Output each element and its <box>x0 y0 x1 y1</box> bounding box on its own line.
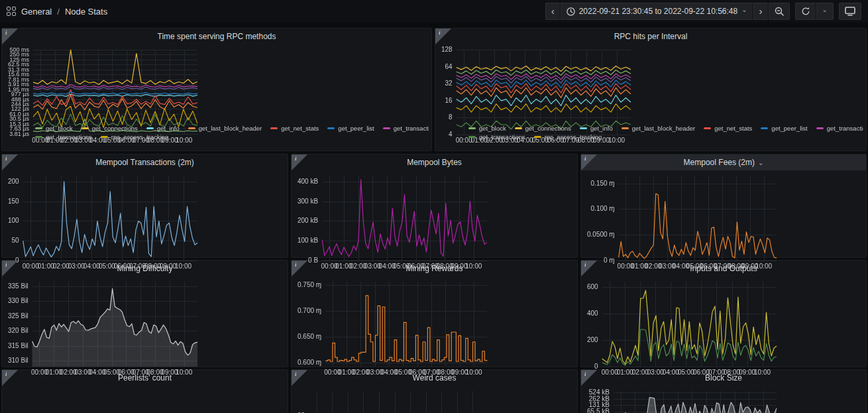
chart-legend: get_blockget_connectionsget_infoget_last… <box>468 125 863 148</box>
time-range-label: 2022-09-21 23:30:45 to 2022-09-22 10:56:… <box>579 7 738 16</box>
legend-item[interactable]: get_transactions <box>35 133 92 141</box>
zoom-out-button[interactable] <box>769 3 790 20</box>
legend-series-color <box>704 127 711 129</box>
refresh-interval-dropdown[interactable]: ⌄ <box>816 3 834 20</box>
panel-title[interactable]: Time spent serving RPC methods <box>2 29 431 44</box>
panel-mempool-bytes: i Mempool Bytes <box>291 154 578 258</box>
chevron-down-icon: ⌄ <box>822 7 828 13</box>
legend-series-color <box>188 127 195 129</box>
chevron-left-icon: ‹ <box>551 6 555 16</box>
legend-item[interactable]: get_last_block_header <box>188 125 262 132</box>
panel-rpc-hits-per-interval: i RPC hits per Interval get_blockget_con… <box>435 28 867 151</box>
refresh-button[interactable] <box>795 3 816 20</box>
chart-canvas[interactable] <box>4 278 203 377</box>
breadcrumb-separator: / <box>57 7 60 17</box>
panel-title[interactable]: Peerlists' count <box>2 370 288 386</box>
legend-item[interactable]: rpc_access_tracking <box>534 133 602 141</box>
legend-item[interactable]: get_peer_list <box>327 125 374 132</box>
legend-item[interactable]: get_connections <box>81 125 138 132</box>
panel-title[interactable]: Mining Difficulty <box>2 261 288 276</box>
panel-mempool-fees: i Mempool Fees (2m)⌄ <box>580 154 867 258</box>
panel-weird-cases: i Weird cases <box>291 369 578 413</box>
chart-canvas[interactable] <box>583 278 782 377</box>
breadcrumb-section[interactable]: General <box>21 7 52 17</box>
legend-series-color <box>761 127 768 129</box>
refresh-icon <box>801 7 810 16</box>
legend-item[interactable]: get_block <box>468 125 506 132</box>
legend-series-color <box>327 127 335 129</box>
legend-item[interactable]: get_block <box>35 125 73 132</box>
chart-canvas[interactable] <box>294 172 492 271</box>
panel-info-icon[interactable]: i <box>2 261 18 276</box>
panel-title[interactable]: Mempool Transactions (2m) <box>2 154 288 170</box>
legend-series-color <box>35 127 42 129</box>
panel-info-icon[interactable]: i <box>292 370 307 386</box>
legend-series-color <box>515 127 522 129</box>
panel-info-icon[interactable]: i <box>2 154 18 170</box>
panel-title[interactable]: Mempool Bytes <box>292 154 577 170</box>
legend-series-color <box>146 127 154 129</box>
legend-series-color <box>622 127 629 129</box>
chevron-down-icon: ⌄ <box>758 159 763 166</box>
legend-item[interactable]: get_info <box>580 125 613 132</box>
panel-mining-difficulty: i Mining Difficulty <box>1 260 288 367</box>
time-back-button[interactable]: ‹ <box>545 3 560 20</box>
panel-inputs-and-outputs: i Inputs and Outputs <box>580 260 867 367</box>
panel-mempool-transactions: i Mempool Transactions (2m) <box>1 154 288 258</box>
legend-series-color <box>468 127 476 129</box>
panel-info-icon[interactable]: i <box>435 29 451 44</box>
legend-item[interactable]: get_net_stats <box>270 125 319 132</box>
panel-time-spent-serving-rpc-methods: i Time spent serving RPC methods get_blo… <box>1 28 432 151</box>
panel-block-size: i Block Size <box>580 369 867 413</box>
legend-item[interactable]: get_transactions <box>468 133 525 141</box>
kiosk-tv-button[interactable] <box>839 3 861 20</box>
chart-canvas[interactable] <box>294 387 492 413</box>
panel-title[interactable]: Mining Rewards <box>292 261 577 276</box>
apps-grid-icon <box>7 7 16 16</box>
top-bar: General / Node Stats ‹ 2022-09-21 23:30:… <box>0 0 868 23</box>
panel-info-icon[interactable]: i <box>581 261 597 276</box>
monitor-icon <box>845 7 855 16</box>
panel-mining-rewards: i Mining Rewards <box>291 260 578 367</box>
panel-title[interactable]: RPC hits per Interval <box>435 29 866 44</box>
legend-item[interactable]: get_transaction_pool <box>816 125 863 132</box>
panel-title[interactable]: Block Size <box>581 370 866 386</box>
breadcrumb-page[interactable]: Node Stats <box>65 7 107 17</box>
panel-info-icon[interactable]: i <box>292 261 307 276</box>
panel-title[interactable]: Mempool Fees (2m)⌄ <box>581 154 866 170</box>
chart-canvas[interactable] <box>583 387 782 413</box>
legend-item[interactable]: get_peer_list <box>761 125 807 132</box>
panel-title[interactable]: Inputs and Outputs <box>581 261 866 276</box>
chart-canvas[interactable] <box>583 172 782 271</box>
legend-series-color <box>534 136 541 138</box>
chevron-right-icon: › <box>759 6 763 16</box>
legend-item[interactable]: get_info <box>146 125 180 132</box>
legend-series-color <box>580 127 587 129</box>
panel-info-icon[interactable]: i <box>292 154 307 170</box>
clock-icon <box>567 7 575 16</box>
panel-info-icon[interactable]: i <box>2 29 18 44</box>
legend-series-color <box>81 127 89 129</box>
breadcrumb: General / Node Stats <box>7 7 107 17</box>
chart-canvas[interactable] <box>294 278 492 377</box>
chart-legend: get_blockget_connectionsget_infoget_last… <box>35 125 429 148</box>
legend-item[interactable]: get_transaction_pool <box>383 125 429 132</box>
panel-info-icon[interactable]: i <box>581 370 597 386</box>
magnifier-minus-icon <box>775 7 784 16</box>
legend-series-color <box>270 127 278 129</box>
legend-item[interactable]: get_last_block_header <box>622 125 696 132</box>
legend-series-color <box>816 127 824 129</box>
legend-series-color <box>101 136 108 138</box>
time-range-picker[interactable]: 2022-09-21 23:30:45 to 2022-09-22 10:56:… <box>561 3 753 20</box>
panel-info-icon[interactable]: i <box>2 370 18 386</box>
panel-peerlists-count: i Peerlists' count <box>1 369 288 413</box>
chart-canvas[interactable] <box>4 172 203 271</box>
panel-title[interactable]: Weird cases <box>292 370 577 386</box>
chart-canvas[interactable] <box>4 387 203 413</box>
legend-item[interactable]: get_net_stats <box>704 125 752 132</box>
legend-item[interactable]: get_connections <box>515 125 571 132</box>
legend-item[interactable]: rpc_access_tracking <box>101 133 169 141</box>
panel-info-icon[interactable]: i <box>581 154 597 170</box>
legend-series-color <box>468 136 476 138</box>
time-forward-button[interactable]: › <box>753 3 768 20</box>
